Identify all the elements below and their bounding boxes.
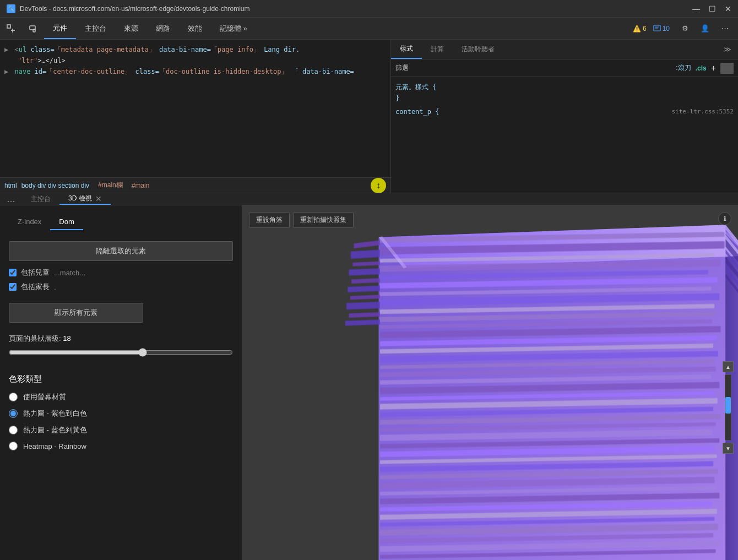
color-radio-purple[interactable] xyxy=(9,409,18,418)
maximize-button[interactable]: ☐ xyxy=(709,4,716,13)
include-children-checkbox[interactable]: 包括兒童 ...match... xyxy=(9,268,233,278)
more-options-button[interactable]: ⋯ xyxy=(716,20,734,37)
color-option-purple[interactable]: 熱力圖 - 紫色到白色 xyxy=(9,409,233,418)
reset-angle-button[interactable]: 重設角落 xyxy=(249,212,290,228)
include-parents-checkbox[interactable]: 包括家長 . xyxy=(9,282,233,292)
tab-zindex[interactable]: Z-index xyxy=(9,214,50,230)
tab-lower-console[interactable]: 主控台 xyxy=(22,193,59,205)
upper-panels: ▶ <ul class=「metadata page-metadata」 dat… xyxy=(0,40,738,193)
dom-tree[interactable]: ▶ <ul class=「metadata page-metadata」 dat… xyxy=(0,40,390,177)
tab-sources[interactable]: 來源 xyxy=(115,18,147,39)
nesting-label: 頁面的巢狀層級: 18 xyxy=(9,334,233,344)
scroll-up-button[interactable]: ▲ xyxy=(723,361,734,372)
color-type-section: 色彩類型 使用螢幕材質 熱力圖 - 紫色到白色 熱力圖 - 藍色到黃色 xyxy=(9,374,233,450)
styles-panel: 樣式 計算 活動聆聽者 ≫ 篩選 :滾刀 .cls + 元素。樣式 { } xyxy=(391,40,738,193)
profile-button[interactable]: 👤 xyxy=(696,20,714,37)
include-parents-input[interactable] xyxy=(9,283,17,291)
filter-label: 篩選 xyxy=(395,63,409,73)
dom-line[interactable]: ▶ nave id=「center-doc-outline」 class=「do… xyxy=(0,66,390,77)
top-navigation: 元件 主控台 來源 網路 效能 記憶體 » ⚠️ 6 10 ⚙ 👤 ⋯ xyxy=(0,18,738,40)
breadcrumb-body-div[interactable]: body div div section div xyxy=(21,182,89,189)
scroll-thumb[interactable] xyxy=(725,397,731,414)
breadcrumb-hash2[interactable]: #main xyxy=(132,182,150,189)
filter-expand[interactable] xyxy=(720,63,734,74)
color-radio-screen[interactable] xyxy=(9,393,18,401)
color-radio-blue[interactable] xyxy=(9,426,18,434)
console-icon xyxy=(653,25,661,32)
nesting-value: 18 xyxy=(63,334,70,342)
include-checkboxes: 包括兒童 ...match... 包括家長 . xyxy=(9,268,233,292)
threed-visualization xyxy=(242,205,738,560)
title-bar: 🔧 DevTools - docs.microsoft.com/en-us/mi… xyxy=(0,0,738,18)
inspect-element-button[interactable] xyxy=(0,18,22,39)
title-text: DevTools - docs.microsoft.com/en-us/micr… xyxy=(20,5,688,13)
threed-sidebar: Z-index Dom 隔離選取的元素 包括兒童 ...match... 包括家… xyxy=(0,205,242,560)
close-3dview-tab[interactable]: ✕ xyxy=(95,194,102,203)
isolate-element-button[interactable]: 隔離選取的元素 xyxy=(9,241,233,261)
color-option-blue[interactable]: 熱力圖 - 藍色到黃色 xyxy=(9,425,233,435)
style-closing-brace: } xyxy=(395,93,734,104)
threed-toolbar: 重設角落 重新拍攝快照集 xyxy=(249,212,354,228)
svg-rect-0 xyxy=(7,25,10,28)
include-children-input[interactable] xyxy=(9,269,17,276)
expand-icon[interactable]: ▶ xyxy=(4,68,8,75)
color-option-rainbow[interactable]: Heatmap - Rainbow xyxy=(9,442,233,450)
lower-section: ... 主控台 3D 檢視 ✕ Z-index Dom 隔離選取的元素 xyxy=(0,193,738,560)
tab-performance[interactable]: 效能 xyxy=(179,18,211,39)
filter-input[interactable] xyxy=(413,64,671,72)
color-radio-rainbow[interactable] xyxy=(9,442,18,450)
tab-elements[interactable]: 元件 xyxy=(44,18,76,39)
expand-icon[interactable]: ▶ xyxy=(4,46,8,53)
more-tabs-button[interactable]: ≫ xyxy=(717,40,738,59)
breadcrumb-nav-arrow[interactable]: ↕ xyxy=(371,178,386,193)
tab-console[interactable]: 主控台 xyxy=(76,18,115,39)
cls-filter[interactable]: .cls xyxy=(696,64,707,72)
breadcrumb-html[interactable]: html xyxy=(4,182,17,189)
breadcrumb-hash1[interactable]: #main欄 xyxy=(98,181,123,190)
tab-styles[interactable]: 樣式 xyxy=(391,40,422,59)
scroll-down-button[interactable]: ▼ xyxy=(723,443,734,454)
reset-snapshot-button[interactable]: 重新拍攝快照集 xyxy=(293,212,354,228)
threed-view-canvas[interactable]: 重設角落 重新拍攝快照集 ℹ xyxy=(242,205,738,560)
tab-lower-3dview[interactable]: 3D 檢視 ✕ xyxy=(59,193,111,205)
threed-info-button[interactable]: ℹ xyxy=(718,212,731,225)
lower-content: Z-index Dom 隔離選取的元素 包括兒童 ...match... 包括家… xyxy=(0,205,738,560)
nav-right-controls: ⚠️ 6 10 ⚙ 👤 ⋯ xyxy=(628,18,738,39)
dom-line[interactable]: "ltr">…</ul> xyxy=(0,55,390,66)
tab-computed[interactable]: 計算 xyxy=(422,40,453,59)
add-style-rule-button[interactable]: + xyxy=(711,63,716,73)
threed-scrollbar[interactable]: ▲ ▼ xyxy=(723,361,734,454)
scroll-track[interactable] xyxy=(725,374,731,441)
show-all-elements-button[interactable]: 顯示所有元素 xyxy=(9,303,143,323)
styles-filter-bar: 篩選 :滾刀 .cls + xyxy=(391,59,738,77)
include-parents-suffix: . xyxy=(54,283,56,291)
pseudo-filter[interactable]: :滾刀 xyxy=(676,63,691,73)
color-option-screen[interactable]: 使用螢幕材質 xyxy=(9,392,233,402)
breadcrumb: html body div div section div #main欄 #ma… xyxy=(0,177,390,193)
info-badge[interactable]: 10 xyxy=(653,25,670,32)
devtools-icon: 🔧 xyxy=(7,4,15,13)
tab-network[interactable]: 網路 xyxy=(147,18,179,39)
dom-line[interactable]: ▶ <ul class=「metadata page-metadata」 dat… xyxy=(0,44,390,55)
close-button[interactable]: ✕ xyxy=(725,4,731,13)
warning-icon: ⚠️ xyxy=(633,25,641,32)
minimize-button[interactable]: — xyxy=(692,4,700,13)
include-children-label: 包括兒童 xyxy=(21,268,50,278)
include-children-suffix: ...match... xyxy=(54,269,85,277)
dom-inspector-panel: ▶ <ul class=「metadata page-metadata」 dat… xyxy=(0,40,391,193)
svg-marker-55 xyxy=(349,268,380,276)
tab-dom[interactable]: Dom xyxy=(50,214,83,230)
lower-tab-dots[interactable]: ... xyxy=(0,193,22,205)
styles-content: 元素。樣式 { } content_p { site-ltr.css:5352 xyxy=(391,77,738,120)
warning-badge[interactable]: ⚠️ 6 xyxy=(633,25,647,32)
svg-marker-59 xyxy=(346,302,380,310)
tab-memory[interactable]: 記憶體 » xyxy=(211,18,256,39)
nesting-slider[interactable] xyxy=(9,348,233,357)
color-type-title: 色彩類型 xyxy=(9,374,233,384)
settings-button[interactable]: ⚙ xyxy=(676,20,694,37)
tab-event-listeners[interactable]: 活動聆聽者 xyxy=(453,40,503,59)
lower-tab-bar: ... 主控台 3D 檢視 ✕ xyxy=(0,193,738,205)
element-style-rule: 元素。樣式 { xyxy=(395,81,734,93)
device-toolbar-button[interactable] xyxy=(22,18,44,39)
content-p-rule: content_p { site-ltr.css:5352 xyxy=(395,108,734,116)
